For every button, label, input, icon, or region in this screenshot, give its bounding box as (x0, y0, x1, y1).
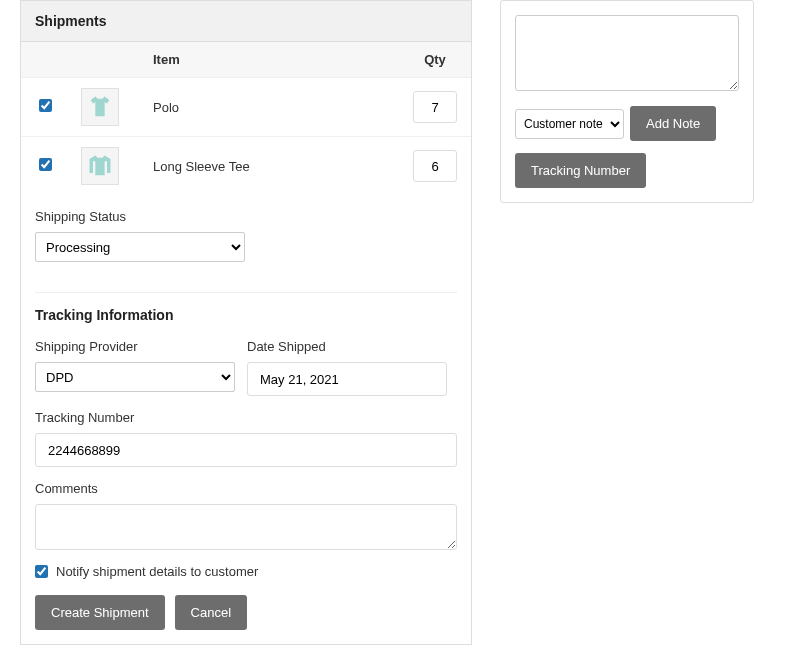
add-note-button[interactable]: Add Note (630, 106, 716, 141)
col-qty: Qty (399, 42, 471, 78)
product-thumb (81, 147, 119, 185)
cancel-button[interactable]: Cancel (175, 595, 247, 630)
long-sleeve-icon (86, 152, 114, 180)
note-type-select[interactable]: Customer note (515, 109, 624, 139)
qty-input[interactable] (413, 150, 457, 182)
shipments-table: Item Qty (21, 42, 471, 195)
product-thumb (81, 88, 119, 126)
col-thumb (69, 42, 141, 78)
notes-panel: Customer note Add Note Tracking Number (500, 0, 754, 203)
table-row: Polo (21, 78, 471, 137)
row-checkbox[interactable] (39, 99, 52, 112)
provider-select[interactable]: DPD (35, 362, 235, 392)
shipping-status-select[interactable]: Processing (35, 232, 245, 262)
table-row: Long Sleeve Tee (21, 137, 471, 196)
comments-label: Comments (35, 481, 457, 496)
notify-label: Notify shipment details to customer (56, 564, 258, 579)
date-shipped-label: Date Shipped (247, 339, 447, 354)
col-checkbox (21, 42, 69, 78)
polo-icon (86, 93, 114, 121)
tracking-number-button[interactable]: Tracking Number (515, 153, 646, 188)
qty-input[interactable] (413, 91, 457, 123)
provider-label: Shipping Provider (35, 339, 235, 354)
col-item: Item (141, 42, 399, 78)
date-shipped-input[interactable] (247, 362, 447, 396)
comments-textarea[interactable] (35, 504, 457, 550)
tracking-number-input[interactable] (35, 433, 457, 467)
tracking-title: Tracking Information (35, 307, 457, 323)
tracking-number-label: Tracking Number (35, 410, 457, 425)
shipping-status-label: Shipping Status (35, 209, 457, 224)
row-checkbox[interactable] (39, 158, 52, 171)
shipments-panel: Shipments Item Qty (20, 0, 472, 645)
product-name: Polo (141, 78, 399, 137)
create-shipment-button[interactable]: Create Shipment (35, 595, 165, 630)
product-name: Long Sleeve Tee (141, 137, 399, 196)
note-textarea[interactable] (515, 15, 739, 91)
notify-checkbox[interactable] (35, 565, 48, 578)
shipments-title: Shipments (21, 1, 471, 42)
